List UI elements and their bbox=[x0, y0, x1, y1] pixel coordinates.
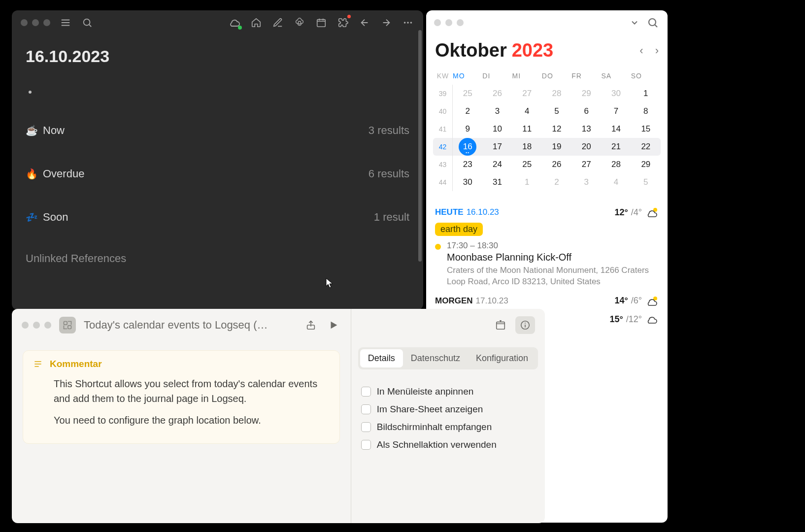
chevron-down-icon[interactable] bbox=[628, 16, 641, 30]
calendar-day[interactable]: 27 bbox=[571, 160, 601, 169]
checkbox[interactable] bbox=[361, 422, 371, 432]
calendar-day[interactable]: 15 bbox=[631, 124, 661, 134]
comment-action[interactable]: Kommentar This Shortcut allows you selec… bbox=[23, 350, 340, 444]
calendar-day[interactable]: 25 bbox=[453, 89, 482, 99]
calendar-day[interactable]: 1 bbox=[512, 177, 542, 187]
calendar-day[interactable]: 25 bbox=[512, 160, 542, 169]
allday-badge[interactable]: earth day bbox=[435, 223, 483, 236]
calendar-day[interactable]: 10 bbox=[482, 124, 512, 134]
scrollbar[interactable] bbox=[418, 30, 422, 262]
calendar-day[interactable]: 30 bbox=[453, 177, 482, 187]
calendar-day[interactable]: 8 bbox=[631, 106, 661, 116]
maximize-icon[interactable] bbox=[44, 322, 51, 329]
calendar-event[interactable]: 17:30 – 18:30 Moonbase Planning Kick-Off… bbox=[435, 241, 659, 288]
option-sharesheet[interactable]: Im Share-Sheet anzeigen bbox=[361, 404, 535, 415]
search-icon[interactable] bbox=[81, 16, 94, 29]
calendar-day[interactable]: 3 bbox=[571, 177, 601, 187]
close-icon[interactable] bbox=[22, 322, 29, 329]
calendar-day[interactable]: 31 bbox=[482, 177, 512, 187]
calendar-day[interactable]: 2 bbox=[542, 177, 571, 187]
calendar-day[interactable]: 21 bbox=[601, 142, 631, 152]
calendar-day[interactable]: 24 bbox=[482, 160, 512, 169]
calendar-day[interactable]: 28 bbox=[601, 160, 631, 169]
shortcut-title[interactable]: Today's calendar events to Logseq (… bbox=[84, 319, 296, 332]
svg-point-5 bbox=[298, 21, 301, 24]
calendar-day[interactable]: 13 bbox=[571, 124, 601, 134]
shortcuts-window: Today's calendar events to Logseq (… Kom… bbox=[12, 309, 545, 523]
calendar-day[interactable]: 16 bbox=[453, 138, 482, 156]
cursor-icon bbox=[326, 278, 334, 289]
calendar-day[interactable]: 29 bbox=[631, 160, 661, 169]
next-month-icon[interactable]: › bbox=[655, 44, 659, 57]
info-icon[interactable] bbox=[515, 316, 535, 334]
calendar-day[interactable]: 20 bbox=[571, 142, 601, 152]
edit-icon[interactable] bbox=[271, 16, 284, 29]
window-controls[interactable] bbox=[22, 322, 51, 329]
calendar-day[interactable]: 3 bbox=[482, 106, 512, 116]
menu-icon[interactable] bbox=[59, 16, 72, 29]
plugin-icon[interactable] bbox=[336, 16, 349, 29]
calendar-day[interactable]: 5 bbox=[631, 177, 661, 187]
calendar-day[interactable]: 26 bbox=[542, 160, 571, 169]
empty-bullet[interactable] bbox=[29, 91, 32, 94]
share-icon[interactable] bbox=[303, 318, 318, 332]
unlinked-references[interactable]: Unlinked References bbox=[26, 252, 409, 265]
more-icon[interactable] bbox=[402, 16, 414, 29]
option-screencontent[interactable]: Bildschirminhalt empfangen bbox=[361, 422, 535, 432]
prev-month-icon[interactable]: ‹ bbox=[639, 44, 643, 57]
checkbox[interactable] bbox=[361, 387, 371, 397]
calendar-day[interactable]: 5 bbox=[542, 106, 571, 116]
calendar-day[interactable]: 18 bbox=[512, 142, 542, 152]
sync-cloud-icon[interactable] bbox=[228, 16, 241, 29]
play-icon[interactable] bbox=[326, 318, 341, 332]
query-section-overdue[interactable]: 🔥 Overdue 6 results bbox=[26, 167, 409, 180]
minimize-icon[interactable] bbox=[32, 19, 39, 26]
calendar-day[interactable]: 22 bbox=[631, 142, 661, 152]
calendar-day[interactable]: 30 bbox=[601, 89, 631, 99]
checkbox[interactable] bbox=[361, 440, 371, 450]
forward-icon[interactable] bbox=[380, 16, 393, 29]
minimize-icon[interactable] bbox=[445, 19, 452, 26]
calendar-day[interactable]: 7 bbox=[601, 106, 631, 116]
calendar-day[interactable]: 14 bbox=[601, 124, 631, 134]
calendar-day[interactable]: 23 bbox=[453, 160, 482, 169]
shortcuts-inspector: Details Datenschutz Konfiguration In Men… bbox=[351, 309, 545, 523]
calendar-day[interactable]: 1 bbox=[631, 89, 661, 99]
comment-paragraph: This Shortcut allows you select from tod… bbox=[54, 376, 330, 406]
close-icon[interactable] bbox=[21, 19, 28, 26]
calendar-day[interactable]: 4 bbox=[601, 177, 631, 187]
window-controls[interactable] bbox=[434, 19, 464, 26]
tab-privacy[interactable]: Datenschutz bbox=[403, 349, 468, 367]
library-icon[interactable] bbox=[491, 316, 510, 334]
home-icon[interactable] bbox=[250, 16, 263, 29]
calendar-icon[interactable] bbox=[315, 16, 328, 29]
option-menubar[interactable]: In Menüleiste anpinnen bbox=[361, 386, 535, 397]
calendar-day[interactable]: 17 bbox=[482, 142, 512, 152]
maximize-icon[interactable] bbox=[457, 19, 464, 26]
calendar-day[interactable]: 4 bbox=[512, 106, 542, 116]
calendar-day[interactable]: 26 bbox=[482, 89, 512, 99]
calendar-day[interactable]: 12 bbox=[542, 124, 571, 134]
calendar-day[interactable]: 28 bbox=[542, 89, 571, 99]
query-section-soon[interactable]: 💤 Soon 1 result bbox=[26, 211, 409, 224]
search-icon[interactable] bbox=[646, 16, 660, 30]
calendar-day[interactable]: 11 bbox=[512, 124, 542, 134]
temp-low: /6° bbox=[631, 296, 642, 306]
tab-details[interactable]: Details bbox=[360, 349, 403, 367]
minimize-icon[interactable] bbox=[33, 322, 40, 329]
checkbox[interactable] bbox=[361, 404, 371, 414]
maximize-icon[interactable] bbox=[43, 19, 50, 26]
calendar-day[interactable]: 9 bbox=[453, 124, 482, 134]
option-quickaction[interactable]: Als Schnellaktion verwenden bbox=[361, 439, 535, 450]
back-icon[interactable] bbox=[358, 16, 371, 29]
calendar-day[interactable]: 29 bbox=[571, 89, 601, 99]
query-section-now[interactable]: ☕ Now 3 results bbox=[26, 124, 409, 137]
tab-config[interactable]: Konfiguration bbox=[468, 349, 536, 367]
calendar-day[interactable]: 19 bbox=[542, 142, 571, 152]
window-controls[interactable] bbox=[21, 19, 50, 26]
close-icon[interactable] bbox=[434, 19, 441, 26]
calendar-day[interactable]: 27 bbox=[512, 89, 542, 99]
flower-icon[interactable] bbox=[293, 16, 306, 29]
calendar-day[interactable]: 2 bbox=[453, 106, 482, 116]
calendar-day[interactable]: 6 bbox=[571, 106, 601, 116]
